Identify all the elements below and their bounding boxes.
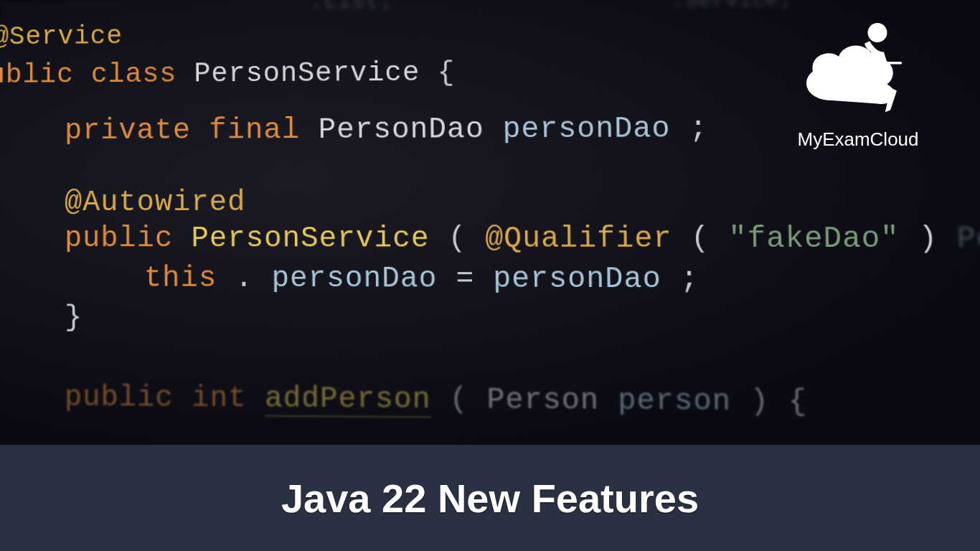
keyword-public: public <box>65 222 173 255</box>
method-addperson: addPerson <box>265 382 431 418</box>
keyword-final: final <box>209 114 300 147</box>
annotation-autowired: @Autowired <box>65 187 246 219</box>
keyword-private: private <box>65 114 191 147</box>
code-text: .Service; <box>672 0 793 13</box>
semicolon: ; <box>689 113 708 146</box>
keyword-class: class <box>91 59 177 90</box>
svg-point-0 <box>868 23 887 42</box>
code-line-annotation-service: @Service <box>0 22 123 52</box>
brace-close: } <box>65 301 83 334</box>
title-banner: Java 22 New Features <box>0 445 980 551</box>
paren-close: ) <box>750 385 769 419</box>
identifier-persondao: personDao <box>272 263 438 296</box>
code-text: .List; <box>310 0 393 14</box>
semicolon: ; <box>680 263 699 296</box>
identifier-person: person <box>618 385 732 418</box>
code-line-assignment: this . personDao = personDao ; <box>144 262 699 296</box>
keyword-public: public <box>65 381 174 415</box>
constructor-name: PersonService <box>192 222 430 255</box>
paren-close: ) <box>918 222 938 256</box>
brand-name: MyExamCloud <box>765 128 951 151</box>
code-line-constructor: public PersonService ( @Qualifier ( "fak… <box>65 222 980 256</box>
paren-open: ( <box>448 222 466 255</box>
string-fakedao: "fakeDao" <box>728 222 900 255</box>
paren-open: ( <box>449 383 468 416</box>
brand-logo: MyExamCloud <box>765 14 951 151</box>
brace-open: { <box>788 385 807 419</box>
brace-open: { <box>438 57 456 88</box>
equals: = <box>456 263 474 296</box>
cloud-person-icon <box>793 14 923 122</box>
svg-rect-1 <box>882 62 902 65</box>
code-fragment-top2: .Service; <box>672 0 793 13</box>
identifier-persondao: personDao <box>493 263 661 296</box>
type-person: Person <box>486 384 599 418</box>
paren-open: ( <box>691 222 710 255</box>
code-line-field: private final PersonDao personDao ; <box>65 113 708 147</box>
keyword-int: int <box>192 382 247 415</box>
annotation-qualifier: @Qualifier <box>485 222 672 255</box>
code-fragment-top1: .List; <box>310 0 393 14</box>
type-personservice: PersonService <box>194 57 420 90</box>
keyword-public: public <box>0 59 74 90</box>
promo-image: .List; .Service; @Service public class P… <box>0 0 980 551</box>
code-line-annotation-autowired: @Autowired <box>65 187 246 219</box>
main-title: Java 22 New Features <box>281 475 699 522</box>
keyword-this: this <box>144 262 217 295</box>
blurred-params: PersonDao personDao <box>957 222 980 256</box>
code-line-class-decl: public class PersonService { <box>0 57 455 90</box>
code-line-addperson: public int addPerson ( Person person ) { <box>65 381 808 419</box>
dot: . <box>235 262 254 295</box>
type-persondao: PersonDao <box>319 113 484 146</box>
code-line-close-brace: } <box>65 301 83 334</box>
identifier-persondao: personDao <box>502 113 671 146</box>
annotation-service: @Service <box>0 22 123 52</box>
